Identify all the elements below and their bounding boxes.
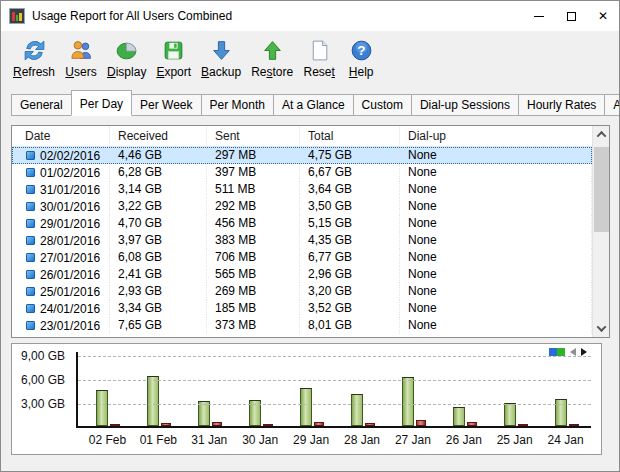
scrollbar-thumb[interactable] — [594, 147, 609, 232]
table-row[interactable]: 26/01/20162,41 GB565 MB2,96 GBNone — [12, 266, 592, 283]
cell-dial-up: None — [400, 147, 592, 164]
tab-applications[interactable]: Applications — [604, 94, 620, 116]
bar-group — [388, 376, 439, 426]
table-row[interactable]: 25/01/20162,93 GB269 MB3,20 GBNone — [12, 283, 592, 300]
received-bar — [300, 388, 312, 426]
received-bar — [351, 394, 363, 426]
cell-received: 7,65 GB — [110, 317, 207, 334]
table-row[interactable]: 23/01/20167,65 GB373 MB8,01 GBNone — [12, 317, 592, 334]
table-row[interactable]: 01/02/20166,28 GB397 MB6,67 GBNone — [12, 164, 592, 181]
column-header-received[interactable]: Received — [110, 126, 207, 146]
day-icon — [26, 253, 35, 262]
cell-dial-up: None — [400, 181, 592, 198]
column-header-dial-up[interactable]: Dial-up — [400, 126, 592, 146]
tab-per-day[interactable]: Per Day — [71, 90, 132, 116]
column-header-date[interactable]: Date — [12, 126, 110, 146]
export-button[interactable]: Export — [151, 36, 196, 81]
chart-series-toggle[interactable] — [549, 348, 565, 356]
tab-per-month[interactable]: Per Month — [201, 94, 274, 116]
reset-button[interactable]: Reset — [298, 36, 340, 81]
cell-date: 27/01/2016 — [12, 249, 110, 266]
users-button[interactable]: Users — [60, 36, 102, 81]
table-row[interactable]: 28/01/20163,97 GB383 MB4,35 GBNone — [12, 232, 592, 249]
x-axis-tick-label: 28 Jan — [337, 433, 388, 447]
sent-bar — [263, 424, 273, 426]
table-row[interactable]: 31/01/20163,14 GB511 MB3,64 GBNone — [12, 181, 592, 198]
cell-sent: 269 MB — [207, 283, 300, 300]
tab-at-a-glance[interactable]: At a Glance — [273, 94, 354, 116]
cell-total: 3,64 GB — [300, 181, 400, 198]
cell-sent: 456 MB — [207, 215, 300, 232]
down-arrow-icon — [209, 38, 234, 63]
close-button[interactable]: ✕ — [587, 1, 619, 31]
gridline — [78, 356, 591, 357]
usage-chart-panel: 02 Feb01 Feb31 Jan30 Jan29 Jan28 Jan27 J… — [11, 343, 602, 455]
toolbar-button-label: Export — [156, 65, 191, 79]
maximize-button[interactable] — [555, 1, 587, 31]
column-header-total[interactable]: Total — [300, 126, 400, 146]
tab-hourly-rates[interactable]: Hourly Rates — [518, 94, 605, 116]
x-axis-tick-label: 01 Feb — [133, 433, 184, 447]
app-bar-chart-icon — [9, 8, 25, 24]
backup-button[interactable]: Backup — [196, 36, 246, 81]
day-icon — [26, 321, 35, 330]
cell-sent: 373 MB — [207, 317, 300, 334]
cell-date: 30/01/2016 — [12, 198, 110, 215]
cell-date: 28/01/2016 — [12, 232, 110, 249]
window-title: Usage Report for All Users Combined — [32, 9, 232, 23]
cell-date: 01/02/2016 — [12, 164, 110, 181]
tab-custom[interactable]: Custom — [353, 94, 412, 116]
cell-date: 23/01/2016 — [12, 317, 110, 334]
cell-total: 4,35 GB — [300, 232, 400, 249]
received-bar — [96, 390, 108, 426]
table-row[interactable]: 02/02/20164,46 GB297 MB4,75 GBNone — [12, 147, 592, 164]
cell-dial-up: None — [400, 300, 592, 317]
table-row[interactable]: 29/01/20164,70 GB456 MB5,15 GBNone — [12, 215, 592, 232]
table-row[interactable]: 24/01/20163,34 GB185 MB3,52 GBNone — [12, 300, 592, 317]
tab-general[interactable]: General — [11, 94, 72, 116]
vertical-scrollbar[interactable] — [592, 126, 609, 337]
help-button[interactable]: ?Help — [340, 36, 382, 81]
tab-strip: GeneralPer DayPer WeekPer MonthAt a Glan… — [1, 89, 619, 116]
chart-scroll-left-arrow[interactable] — [570, 348, 576, 356]
y-axis-tick-label: 6,00 GB — [21, 373, 71, 387]
day-icon — [26, 270, 35, 279]
tab-dial-up-sessions[interactable]: Dial-up Sessions — [411, 94, 519, 116]
chart-scroll-right-arrow[interactable] — [581, 348, 587, 356]
scrollbar-up-button[interactable] — [593, 126, 610, 143]
floppy-disk-icon — [161, 38, 186, 63]
column-header-sent[interactable]: Sent — [207, 126, 300, 146]
cell-dial-up: None — [400, 266, 592, 283]
minimize-icon — [534, 16, 544, 17]
minimize-button[interactable] — [523, 1, 555, 31]
tab-per-week[interactable]: Per Week — [131, 94, 201, 116]
bar-group — [286, 376, 337, 426]
cell-total: 6,77 GB — [300, 249, 400, 266]
chart-x-axis-labels: 02 Feb01 Feb31 Jan30 Jan29 Jan28 Jan27 J… — [82, 433, 591, 447]
y-axis-tick-label: 9,00 GB — [21, 349, 71, 363]
cell-received: 6,08 GB — [110, 249, 207, 266]
pie-chart-icon — [114, 38, 139, 63]
scrollbar-down-button[interactable] — [593, 320, 610, 337]
bar-group — [235, 376, 286, 426]
cell-sent: 185 MB — [207, 300, 300, 317]
toolbar-button-label: Backup — [201, 65, 241, 79]
chart-plot-area — [76, 352, 591, 428]
refresh-button[interactable]: Refresh — [8, 36, 60, 81]
table-row[interactable]: 30/01/20163,22 GB292 MB3,50 GBNone — [12, 198, 592, 215]
cell-total: 2,96 GB — [300, 266, 400, 283]
cell-received: 3,34 GB — [110, 300, 207, 317]
display-button[interactable]: Display — [102, 36, 151, 81]
cell-received: 3,22 GB — [110, 198, 207, 215]
cell-sent: 565 MB — [207, 266, 300, 283]
day-icon — [26, 202, 35, 211]
restore-button[interactable]: Restore — [246, 36, 298, 81]
cell-dial-up: None — [400, 215, 592, 232]
sent-bar — [569, 424, 579, 426]
cell-sent: 292 MB — [207, 198, 300, 215]
svg-text:?: ? — [357, 43, 365, 58]
window-controls: ✕ — [523, 1, 619, 31]
legend-sent-icon — [557, 348, 565, 356]
cell-dial-up: None — [400, 317, 592, 334]
table-row[interactable]: 27/01/20166,08 GB706 MB6,77 GBNone — [12, 249, 592, 266]
